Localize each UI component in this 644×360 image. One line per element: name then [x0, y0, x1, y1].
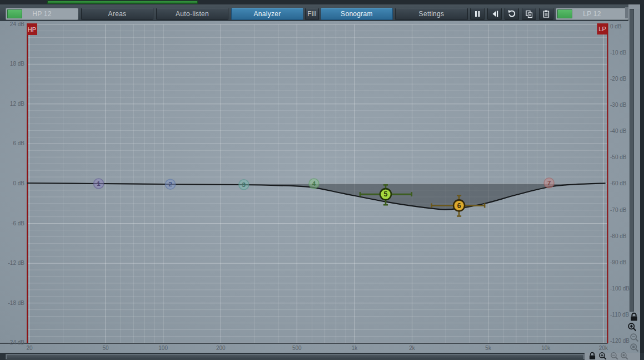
speaker-listen-icon: [490, 9, 500, 19]
eq-graph[interactable]: HPLP1234567 24 dB18 dB12 dB6 dB0 dB-6 dB…: [0, 21, 640, 353]
vertical-zoom-fit-icon[interactable]: [630, 343, 640, 353]
areas-button[interactable]: Areas: [81, 8, 153, 20]
frequency-axis-tick: 200: [216, 345, 226, 351]
lp-filter-button[interactable]: LP 12: [556, 8, 628, 20]
eq-plot-svg: HPLP1234567: [0, 21, 640, 353]
lp-enabled-led[interactable]: [557, 9, 572, 18]
partial-edge-button: [625, 7, 628, 18]
hp-filter-button[interactable]: HP 12: [6, 8, 78, 20]
band-number-label: 3: [242, 181, 246, 188]
svg-text:LP: LP: [598, 26, 606, 32]
frequency-axis-tick: 1k: [352, 345, 358, 351]
left-axis-tick: 6 dB: [0, 140, 24, 147]
settings-label: Settings: [419, 10, 445, 18]
plugin-window: HP 12 Areas Auto-listen Analyzer Fill So…: [0, 0, 644, 360]
vertical-scrollbar-thumb[interactable]: [630, 9, 634, 312]
paste-button[interactable]: [539, 8, 553, 20]
toolbar: HP 12 Areas Auto-listen Analyzer Fill So…: [0, 4, 644, 21]
band-number-label: 1: [97, 180, 101, 187]
right-axis-tick: -20 dB: [610, 76, 626, 82]
vertical-zoom-out-icon[interactable]: [630, 333, 640, 343]
right-axis-tick: -120 dB: [610, 338, 630, 344]
frequency-axis-tick: 100: [158, 345, 168, 351]
frequency-axis-tick: 500: [292, 345, 302, 351]
frequency-axis-tick: 20k: [599, 345, 608, 351]
lp-filter-label: LP 12: [583, 10, 601, 18]
band-marker-3[interactable]: 3: [239, 180, 249, 190]
left-axis-tick: -12 dB: [0, 260, 24, 267]
right-axis-tick: -30 dB: [610, 102, 626, 109]
frequency-axis-tick: 10k: [541, 345, 550, 351]
left-axis-tick: -18 dB: [0, 300, 24, 307]
right-axis-tick: -110 dB: [610, 312, 629, 318]
svg-text:HP: HP: [28, 26, 36, 33]
band-marker-2[interactable]: 2: [166, 179, 176, 189]
horizontal-scrollbar-track[interactable]: [6, 354, 585, 359]
left-axis-tick: 18 dB: [0, 61, 24, 67]
undo-icon: [507, 9, 517, 19]
band-number-label: 2: [168, 181, 172, 188]
undo-button[interactable]: [505, 8, 519, 20]
lp-filter-marker[interactable]: LP: [597, 23, 608, 34]
right-axis-tick: -70 dB: [610, 207, 626, 214]
left-axis-tick: -24 dB: [0, 339, 24, 346]
analyzer-label: Analyzer: [253, 10, 281, 18]
horizontal-scrollbar-thumb[interactable]: [7, 355, 583, 359]
paste-icon: [541, 9, 551, 19]
horizontal-zoom-out-icon[interactable]: [610, 352, 619, 360]
band-number-label: 5: [384, 190, 388, 198]
right-axis-tick: -90 dB: [610, 259, 626, 266]
hp-filter-label: HP 12: [32, 10, 52, 18]
listen-button[interactable]: [487, 8, 502, 20]
host-progress-bar: [47, 1, 198, 4]
frequency-axis-tick: 50: [102, 345, 108, 351]
settings-button[interactable]: Settings: [395, 8, 468, 20]
right-axis-tick: -10 dB: [610, 50, 626, 56]
pause-icon: [472, 9, 482, 19]
band-marker-4[interactable]: 4: [309, 179, 319, 189]
window-right-edge: [640, 4, 644, 360]
copy-icon: [524, 9, 534, 19]
right-axis-tick: -80 dB: [610, 233, 626, 240]
band-marker-1[interactable]: 1: [94, 179, 104, 189]
frequency-axis-tick: 20: [26, 345, 32, 351]
left-axis-tick: 0 dB: [0, 180, 24, 187]
frequency-axis-tick: 5k: [485, 345, 491, 351]
analyzer-button[interactable]: Analyzer: [231, 8, 303, 20]
hp-filter-marker[interactable]: HP: [27, 23, 37, 35]
right-axis-tick: 0 dB: [610, 23, 622, 30]
vertical-lock-icon[interactable]: [629, 312, 639, 322]
right-axis-tick: -50 dB: [610, 154, 626, 161]
sonogram-label: Sonogram: [341, 10, 373, 18]
auto-listen-button[interactable]: Auto-listen: [156, 8, 228, 20]
horizontal-zoom-fit-icon[interactable]: [620, 352, 629, 360]
bottom-bar: [0, 353, 644, 360]
band-marker-7[interactable]: 7: [544, 178, 554, 188]
pause-button[interactable]: [470, 8, 485, 20]
right-axis-tick: -60 dB: [610, 180, 626, 187]
fill-button[interactable]: Fill: [305, 8, 319, 20]
right-axis-tick: -40 dB: [610, 128, 626, 135]
right-axis-tick: -100 dB: [610, 285, 630, 292]
host-top-strip: [0, 0, 644, 4]
areas-label: Areas: [108, 10, 127, 18]
horizontal-lock-icon[interactable]: [588, 352, 597, 360]
horizontal-zoom-in-icon[interactable]: [598, 352, 607, 360]
copy-button[interactable]: [522, 8, 536, 20]
left-axis-tick: 24 dB: [0, 21, 24, 28]
band-number-label: 4: [312, 180, 316, 187]
frequency-axis-tick: 2k: [409, 345, 415, 351]
vertical-zoom-in-icon[interactable]: [627, 322, 637, 332]
left-axis-tick: -6 dB: [0, 220, 24, 227]
auto-listen-label: Auto-listen: [176, 10, 209, 18]
sonogram-button[interactable]: Sonogram: [321, 8, 393, 20]
left-axis-tick: 12 dB: [0, 101, 24, 107]
fill-label: Fill: [307, 10, 317, 18]
band-number-label: 6: [457, 202, 461, 210]
band-number-label: 7: [547, 180, 551, 186]
vertical-scrollbar-track[interactable]: [634, 9, 640, 312]
hp-enabled-led[interactable]: [7, 9, 22, 18]
